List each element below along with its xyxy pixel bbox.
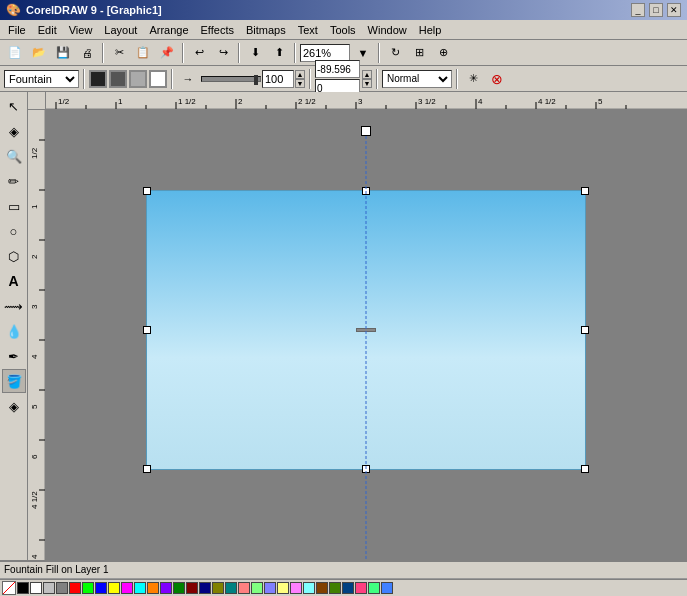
ellipse-tool[interactable]: ○ <box>2 219 26 243</box>
darkgreen-swatch[interactable] <box>173 582 185 594</box>
navy-swatch[interactable] <box>199 582 211 594</box>
lightgreen-swatch[interactable] <box>251 582 263 594</box>
freeze-button[interactable]: ✳ <box>462 68 484 90</box>
pink-swatch[interactable] <box>355 582 367 594</box>
lime-swatch[interactable] <box>329 582 341 594</box>
undo-button[interactable]: ↩ <box>188 42 210 64</box>
interactive-blend-tool[interactable]: ⟿ <box>2 294 26 318</box>
save-button[interactable]: 💾 <box>52 42 74 64</box>
magenta-swatch[interactable] <box>121 582 133 594</box>
menu-bitmaps[interactable]: Bitmaps <box>240 22 292 38</box>
text-tool[interactable]: A <box>2 269 26 293</box>
maroon-swatch[interactable] <box>186 582 198 594</box>
no-fill-swatch[interactable] <box>2 581 16 595</box>
shape-tool[interactable]: ◈ <box>2 119 26 143</box>
select-tool[interactable]: ↖ <box>2 94 26 118</box>
handle-middle-right[interactable] <box>581 326 589 334</box>
midpoint-slider[interactable] <box>201 76 261 82</box>
export-button[interactable]: ⬆ <box>268 42 290 64</box>
import-button[interactable]: ⬇ <box>244 42 266 64</box>
canvas-area[interactable]: 1/2 1 1 1/2 2 2 1/2 3 3 1/2 4 4 <box>28 92 687 560</box>
zoom-input[interactable] <box>300 44 350 62</box>
zoom-tool[interactable]: 🔍 <box>2 144 26 168</box>
svg-text:1 1/2: 1 1/2 <box>178 97 196 106</box>
eyedropper-tool[interactable]: 💧 <box>2 319 26 343</box>
orange-swatch[interactable] <box>147 582 159 594</box>
mint-swatch[interactable] <box>368 582 380 594</box>
menu-effects[interactable]: Effects <box>195 22 240 38</box>
print-button[interactable]: 🖨 <box>76 42 98 64</box>
brown-swatch[interactable] <box>316 582 328 594</box>
handle-top-right[interactable] <box>581 187 589 195</box>
open-button[interactable]: 📂 <box>28 42 50 64</box>
handle-top-left[interactable] <box>143 187 151 195</box>
cyan-swatch[interactable] <box>134 582 146 594</box>
lightblue-swatch[interactable] <box>264 582 276 594</box>
clear-button[interactable]: ⊗ <box>486 68 508 90</box>
handle-middle-left[interactable] <box>143 326 151 334</box>
lightred-swatch[interactable] <box>238 582 250 594</box>
lightyellow-swatch[interactable] <box>277 582 289 594</box>
lightcyan-swatch[interactable] <box>303 582 315 594</box>
menu-layout[interactable]: Layout <box>98 22 143 38</box>
skyblue-swatch[interactable] <box>381 582 393 594</box>
coord-down[interactable]: ▼ <box>362 79 372 88</box>
midpoint-down[interactable]: ▼ <box>295 79 305 88</box>
new-button[interactable]: 📄 <box>4 42 26 64</box>
view-button[interactable]: ⊞ <box>408 42 430 64</box>
interactive-fill-tool[interactable]: ◈ <box>2 394 26 418</box>
swatch-dark[interactable] <box>109 70 127 88</box>
options-button[interactable]: ⊕ <box>432 42 454 64</box>
lightmagenta-swatch[interactable] <box>290 582 302 594</box>
midpoint-button[interactable]: → <box>177 68 199 90</box>
transparency-mode-select[interactable]: Normal Add Subtract Multiply <box>382 70 452 88</box>
copy-button[interactable]: 📋 <box>132 42 154 64</box>
gradient-rectangle[interactable] <box>146 190 586 470</box>
polygon-tool[interactable]: ⬡ <box>2 244 26 268</box>
separator3 <box>238 43 240 63</box>
olive-swatch[interactable] <box>212 582 224 594</box>
refresh-button[interactable]: ↻ <box>384 42 406 64</box>
swatch-white[interactable] <box>149 70 167 88</box>
teal-swatch[interactable] <box>225 582 237 594</box>
paste-button[interactable]: 📌 <box>156 42 178 64</box>
midpoint-up[interactable]: ▲ <box>295 70 305 79</box>
yellow-swatch[interactable] <box>108 582 120 594</box>
purple-swatch[interactable] <box>160 582 172 594</box>
menu-file[interactable]: File <box>2 22 32 38</box>
redo-button[interactable]: ↪ <box>212 42 234 64</box>
freehand-tool[interactable]: ✏ <box>2 169 26 193</box>
coord-up[interactable]: ▲ <box>362 70 372 79</box>
minimize-button[interactable]: _ <box>631 3 645 17</box>
handle-bottom-left[interactable] <box>143 465 151 473</box>
menu-text[interactable]: Text <box>292 22 324 38</box>
green-swatch[interactable] <box>82 582 94 594</box>
handle-bottom-right[interactable] <box>581 465 589 473</box>
blue-swatch[interactable] <box>95 582 107 594</box>
menu-window[interactable]: Window <box>362 22 413 38</box>
x-coord-input[interactable] <box>315 60 360 78</box>
gradient-start-handle[interactable] <box>361 126 371 136</box>
fill-type-select[interactable]: Fountain Uniform Pattern Texture <box>4 70 79 88</box>
swatch-gray[interactable] <box>129 70 147 88</box>
menu-edit[interactable]: Edit <box>32 22 63 38</box>
midpoint-input[interactable] <box>262 70 294 88</box>
maximize-button[interactable]: □ <box>649 3 663 17</box>
white-swatch[interactable] <box>30 582 42 594</box>
gray-swatch[interactable] <box>56 582 68 594</box>
fill-tool[interactable]: 🪣 <box>2 369 26 393</box>
outline-tool[interactable]: ✒ <box>2 344 26 368</box>
rectangle-tool[interactable]: ▭ <box>2 194 26 218</box>
cut-button[interactable]: ✂ <box>108 42 130 64</box>
drawing-canvas[interactable] <box>46 110 687 560</box>
menu-help[interactable]: Help <box>413 22 448 38</box>
red-swatch[interactable] <box>69 582 81 594</box>
silver-swatch[interactable] <box>43 582 55 594</box>
menu-tools[interactable]: Tools <box>324 22 362 38</box>
menu-arrange[interactable]: Arrange <box>143 22 194 38</box>
swatch-black[interactable] <box>89 70 107 88</box>
close-button[interactable]: ✕ <box>667 3 681 17</box>
black-swatch[interactable] <box>17 582 29 594</box>
steel-swatch[interactable] <box>342 582 354 594</box>
menu-view[interactable]: View <box>63 22 99 38</box>
